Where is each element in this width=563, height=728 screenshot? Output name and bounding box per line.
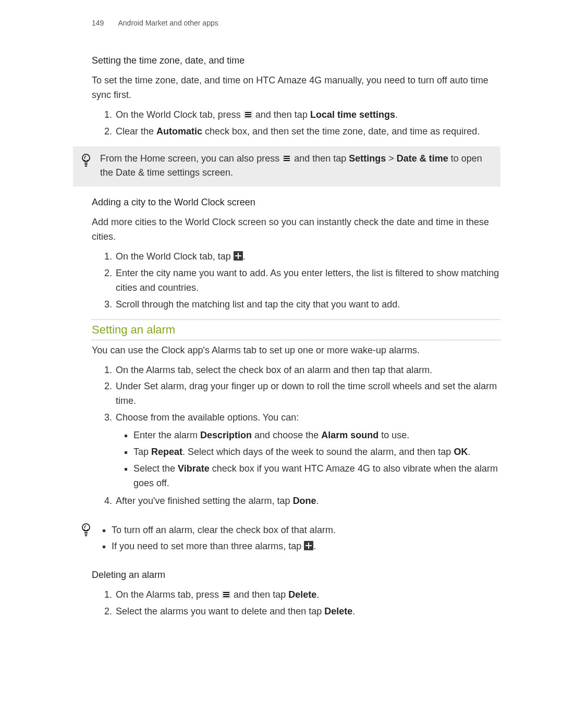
text: .	[313, 541, 316, 551]
step-2: Enter the city name you want to add. As …	[115, 266, 500, 295]
heading-setting-alarm: Setting an alarm	[92, 323, 500, 337]
text: check box, and then set the time zone, d…	[202, 126, 480, 137]
text: After you've finished setting the alarm,…	[116, 496, 293, 506]
subheading-add-city: Adding a city to the World Clock screen	[92, 197, 500, 208]
step-3: Scroll through the matching list and tap…	[115, 298, 500, 312]
header-section-title: Android Market and other apps	[118, 19, 218, 27]
label-vibrate: Vibrate	[178, 463, 210, 474]
label-alarm-sound: Alarm sound	[321, 430, 378, 440]
text: . Select which days of the week to sound…	[182, 447, 454, 457]
text: and then tap	[255, 109, 310, 120]
bulb-icon	[80, 153, 92, 169]
text: Select the alarms you want to delete and…	[116, 606, 324, 616]
text: >	[386, 153, 397, 164]
tip-box: To turn off an alarm, clear the check bo…	[73, 516, 500, 563]
text: Enter the alarm	[133, 430, 200, 440]
subheading-timezone: Setting the time zone, date, and time	[92, 55, 500, 66]
tip-list: To turn off an alarm, clear the check bo…	[100, 523, 493, 554]
menu-icon	[282, 154, 291, 163]
page-content: 149 Android Market and other apps Settin…	[92, 19, 500, 619]
alarm-options: Enter the alarm Description and choose t…	[116, 428, 500, 491]
option-description: Enter the alarm Description and choose t…	[133, 428, 500, 443]
step-1: On the World Clock tab, tap .	[115, 250, 500, 264]
text: .	[352, 606, 355, 616]
text: .	[243, 251, 246, 262]
step-1: On the Alarms tab, press and then tap De…	[115, 588, 500, 602]
text: .	[468, 447, 470, 457]
label-delete: Delete	[324, 606, 352, 616]
text: On the Alarms tab, press	[116, 589, 222, 600]
step-2: Select the alarms you want to delete and…	[115, 604, 500, 619]
tip-turn-off: To turn off an alarm, clear the check bo…	[112, 523, 493, 538]
text: and choose the	[252, 430, 321, 440]
tip-box: From the Home screen, you can also press…	[73, 146, 500, 187]
intro-add-city: Add more cities to the World Clock scree…	[92, 215, 500, 244]
menu-icon	[222, 590, 231, 599]
step-2: Under Set alarm, drag your finger up or …	[115, 379, 500, 409]
text: If you need to set more than three alarm…	[112, 541, 304, 551]
option-repeat: Tap Repeat. Select which days of the wee…	[133, 445, 500, 460]
label-ok: OK	[454, 447, 468, 457]
steps-timezone: On the World Clock tab, press and then t…	[92, 108, 500, 139]
step-1: On the Alarms tab, select the check box …	[115, 363, 500, 378]
label-description: Description	[200, 430, 252, 440]
label-done: Done	[293, 496, 316, 506]
plus-icon	[234, 251, 243, 261]
label-date-time: Date & time	[397, 153, 448, 164]
intro-timezone: To set the time zone, date, and time on …	[92, 73, 500, 103]
label-delete: Delete	[288, 589, 316, 600]
text: .	[316, 496, 319, 506]
divider	[92, 319, 500, 320]
text: to use.	[378, 430, 409, 440]
bulb-icon	[80, 522, 92, 539]
subheading-deleting-alarm: Deleting an alarm	[92, 570, 500, 581]
text: .	[316, 589, 319, 600]
tip-more-alarms: If you need to set more than three alarm…	[112, 539, 493, 554]
text: On the World Clock tab, press	[116, 109, 243, 120]
text: Clear the	[116, 126, 156, 137]
step-2: Clear the Automatic check box, and then …	[115, 125, 500, 139]
tip-content: From the Home screen, you can also press…	[100, 152, 493, 181]
text: and then tap	[234, 589, 288, 600]
label-automatic: Automatic	[156, 126, 202, 137]
tip-content: To turn off an alarm, clear the check bo…	[100, 521, 493, 557]
text: Tap	[133, 447, 151, 457]
page-number: 149	[92, 19, 104, 27]
text: Select the	[133, 463, 178, 474]
intro-alarm: You can use the Clock app's Alarms tab t…	[92, 343, 500, 358]
label-repeat: Repeat	[151, 447, 182, 457]
option-vibrate: Select the Vibrate check box if you want…	[133, 462, 500, 491]
label-settings: Settings	[349, 153, 386, 164]
step-1: On the World Clock tab, press and then t…	[115, 108, 500, 122]
page-header: 149 Android Market and other apps	[92, 19, 500, 27]
step-4: After you've finished setting the alarm,…	[115, 494, 500, 509]
divider	[92, 340, 500, 340]
text: On the World Clock tab, tap	[116, 251, 234, 262]
text: .	[395, 109, 398, 120]
document-page: 149 Android Market and other apps Settin…	[0, 0, 563, 728]
text: and then tap	[294, 153, 349, 164]
steps-delete-alarm: On the Alarms tab, press and then tap De…	[92, 588, 500, 619]
label-local-time-settings: Local time settings	[310, 109, 395, 120]
text: From the Home screen, you can also press	[100, 153, 282, 164]
steps-add-city: On the World Clock tab, tap . Enter the …	[92, 250, 500, 312]
text: Choose from the available options. You c…	[116, 412, 299, 423]
step-3: Choose from the available options. You c…	[115, 411, 500, 490]
steps-alarm: On the Alarms tab, select the check box …	[92, 363, 500, 509]
menu-icon	[243, 110, 253, 119]
plus-icon	[304, 541, 313, 550]
